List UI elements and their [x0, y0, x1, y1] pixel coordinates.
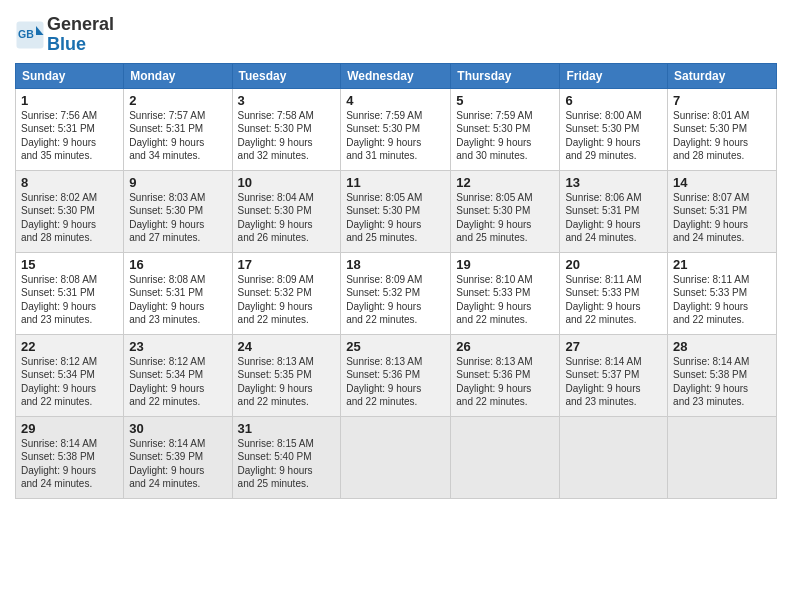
day-info: Sunrise: 8:13 AM Sunset: 5:36 PM Dayligh… — [346, 355, 445, 409]
day-info: Sunrise: 8:11 AM Sunset: 5:33 PM Dayligh… — [565, 273, 662, 327]
calendar-cell — [341, 416, 451, 498]
day-info: Sunrise: 8:06 AM Sunset: 5:31 PM Dayligh… — [565, 191, 662, 245]
calendar-cell: 14Sunrise: 8:07 AM Sunset: 5:31 PM Dayli… — [668, 170, 777, 252]
calendar-cell: 10Sunrise: 8:04 AM Sunset: 5:30 PM Dayli… — [232, 170, 341, 252]
calendar-cell: 21Sunrise: 8:11 AM Sunset: 5:33 PM Dayli… — [668, 252, 777, 334]
day-info: Sunrise: 8:14 AM Sunset: 5:38 PM Dayligh… — [21, 437, 118, 491]
day-number: 10 — [238, 175, 336, 190]
calendar-cell: 25Sunrise: 8:13 AM Sunset: 5:36 PM Dayli… — [341, 334, 451, 416]
day-info: Sunrise: 8:13 AM Sunset: 5:35 PM Dayligh… — [238, 355, 336, 409]
day-number: 14 — [673, 175, 771, 190]
calendar-cell — [451, 416, 560, 498]
calendar-week-3: 15Sunrise: 8:08 AM Sunset: 5:31 PM Dayli… — [16, 252, 777, 334]
day-number: 6 — [565, 93, 662, 108]
day-number: 9 — [129, 175, 226, 190]
logo-text: General Blue — [47, 15, 114, 55]
day-info: Sunrise: 8:12 AM Sunset: 5:34 PM Dayligh… — [21, 355, 118, 409]
calendar-cell — [668, 416, 777, 498]
calendar-cell: 8Sunrise: 8:02 AM Sunset: 5:30 PM Daylig… — [16, 170, 124, 252]
main-container: GB General Blue SundayMondayTuesdayWedne… — [0, 0, 792, 509]
day-number: 30 — [129, 421, 226, 436]
weekday-header-sunday: Sunday — [16, 63, 124, 88]
day-info: Sunrise: 8:08 AM Sunset: 5:31 PM Dayligh… — [129, 273, 226, 327]
calendar-cell: 19Sunrise: 8:10 AM Sunset: 5:33 PM Dayli… — [451, 252, 560, 334]
day-info: Sunrise: 7:58 AM Sunset: 5:30 PM Dayligh… — [238, 109, 336, 163]
day-info: Sunrise: 8:14 AM Sunset: 5:39 PM Dayligh… — [129, 437, 226, 491]
day-number: 5 — [456, 93, 554, 108]
weekday-header-saturday: Saturday — [668, 63, 777, 88]
day-info: Sunrise: 8:05 AM Sunset: 5:30 PM Dayligh… — [346, 191, 445, 245]
day-info: Sunrise: 8:01 AM Sunset: 5:30 PM Dayligh… — [673, 109, 771, 163]
weekday-header-wednesday: Wednesday — [341, 63, 451, 88]
day-info: Sunrise: 8:08 AM Sunset: 5:31 PM Dayligh… — [21, 273, 118, 327]
calendar-cell: 29Sunrise: 8:14 AM Sunset: 5:38 PM Dayli… — [16, 416, 124, 498]
day-number: 18 — [346, 257, 445, 272]
day-number: 27 — [565, 339, 662, 354]
calendar-cell: 30Sunrise: 8:14 AM Sunset: 5:39 PM Dayli… — [124, 416, 232, 498]
calendar-cell: 6Sunrise: 8:00 AM Sunset: 5:30 PM Daylig… — [560, 88, 668, 170]
header: GB General Blue — [15, 10, 777, 55]
day-number: 29 — [21, 421, 118, 436]
calendar-cell: 17Sunrise: 8:09 AM Sunset: 5:32 PM Dayli… — [232, 252, 341, 334]
calendar-header-row: SundayMondayTuesdayWednesdayThursdayFrid… — [16, 63, 777, 88]
day-info: Sunrise: 8:03 AM Sunset: 5:30 PM Dayligh… — [129, 191, 226, 245]
day-info: Sunrise: 8:13 AM Sunset: 5:36 PM Dayligh… — [456, 355, 554, 409]
calendar-cell: 1Sunrise: 7:56 AM Sunset: 5:31 PM Daylig… — [16, 88, 124, 170]
day-info: Sunrise: 8:07 AM Sunset: 5:31 PM Dayligh… — [673, 191, 771, 245]
calendar-week-1: 1Sunrise: 7:56 AM Sunset: 5:31 PM Daylig… — [16, 88, 777, 170]
day-number: 19 — [456, 257, 554, 272]
logo-icon: GB — [15, 20, 45, 50]
day-info: Sunrise: 8:04 AM Sunset: 5:30 PM Dayligh… — [238, 191, 336, 245]
day-info: Sunrise: 8:09 AM Sunset: 5:32 PM Dayligh… — [346, 273, 445, 327]
day-number: 21 — [673, 257, 771, 272]
calendar-cell: 22Sunrise: 8:12 AM Sunset: 5:34 PM Dayli… — [16, 334, 124, 416]
day-info: Sunrise: 8:10 AM Sunset: 5:33 PM Dayligh… — [456, 273, 554, 327]
day-number: 28 — [673, 339, 771, 354]
calendar-cell: 7Sunrise: 8:01 AM Sunset: 5:30 PM Daylig… — [668, 88, 777, 170]
calendar-cell: 28Sunrise: 8:14 AM Sunset: 5:38 PM Dayli… — [668, 334, 777, 416]
calendar-cell: 20Sunrise: 8:11 AM Sunset: 5:33 PM Dayli… — [560, 252, 668, 334]
day-number: 31 — [238, 421, 336, 436]
calendar-cell: 27Sunrise: 8:14 AM Sunset: 5:37 PM Dayli… — [560, 334, 668, 416]
calendar-cell: 5Sunrise: 7:59 AM Sunset: 5:30 PM Daylig… — [451, 88, 560, 170]
day-info: Sunrise: 7:59 AM Sunset: 5:30 PM Dayligh… — [456, 109, 554, 163]
logo: GB General Blue — [15, 15, 114, 55]
weekday-header-tuesday: Tuesday — [232, 63, 341, 88]
calendar-table: SundayMondayTuesdayWednesdayThursdayFrid… — [15, 63, 777, 499]
day-number: 11 — [346, 175, 445, 190]
day-number: 4 — [346, 93, 445, 108]
calendar-cell: 24Sunrise: 8:13 AM Sunset: 5:35 PM Dayli… — [232, 334, 341, 416]
day-number: 23 — [129, 339, 226, 354]
calendar-cell: 4Sunrise: 7:59 AM Sunset: 5:30 PM Daylig… — [341, 88, 451, 170]
calendar-cell: 15Sunrise: 8:08 AM Sunset: 5:31 PM Dayli… — [16, 252, 124, 334]
calendar-cell: 9Sunrise: 8:03 AM Sunset: 5:30 PM Daylig… — [124, 170, 232, 252]
day-info: Sunrise: 7:56 AM Sunset: 5:31 PM Dayligh… — [21, 109, 118, 163]
day-number: 26 — [456, 339, 554, 354]
calendar-cell: 12Sunrise: 8:05 AM Sunset: 5:30 PM Dayli… — [451, 170, 560, 252]
day-number: 1 — [21, 93, 118, 108]
day-info: Sunrise: 8:00 AM Sunset: 5:30 PM Dayligh… — [565, 109, 662, 163]
weekday-header-friday: Friday — [560, 63, 668, 88]
day-info: Sunrise: 8:02 AM Sunset: 5:30 PM Dayligh… — [21, 191, 118, 245]
day-number: 15 — [21, 257, 118, 272]
day-number: 22 — [21, 339, 118, 354]
calendar-cell: 31Sunrise: 8:15 AM Sunset: 5:40 PM Dayli… — [232, 416, 341, 498]
day-number: 8 — [21, 175, 118, 190]
calendar-cell — [560, 416, 668, 498]
calendar-cell: 11Sunrise: 8:05 AM Sunset: 5:30 PM Dayli… — [341, 170, 451, 252]
calendar-week-5: 29Sunrise: 8:14 AM Sunset: 5:38 PM Dayli… — [16, 416, 777, 498]
calendar-cell: 23Sunrise: 8:12 AM Sunset: 5:34 PM Dayli… — [124, 334, 232, 416]
day-info: Sunrise: 8:05 AM Sunset: 5:30 PM Dayligh… — [456, 191, 554, 245]
day-number: 16 — [129, 257, 226, 272]
day-number: 25 — [346, 339, 445, 354]
calendar-cell: 2Sunrise: 7:57 AM Sunset: 5:31 PM Daylig… — [124, 88, 232, 170]
day-number: 2 — [129, 93, 226, 108]
day-info: Sunrise: 8:09 AM Sunset: 5:32 PM Dayligh… — [238, 273, 336, 327]
day-info: Sunrise: 8:12 AM Sunset: 5:34 PM Dayligh… — [129, 355, 226, 409]
day-number: 17 — [238, 257, 336, 272]
day-info: Sunrise: 7:59 AM Sunset: 5:30 PM Dayligh… — [346, 109, 445, 163]
calendar-cell: 26Sunrise: 8:13 AM Sunset: 5:36 PM Dayli… — [451, 334, 560, 416]
calendar-cell: 13Sunrise: 8:06 AM Sunset: 5:31 PM Dayli… — [560, 170, 668, 252]
day-number: 7 — [673, 93, 771, 108]
day-info: Sunrise: 8:14 AM Sunset: 5:37 PM Dayligh… — [565, 355, 662, 409]
